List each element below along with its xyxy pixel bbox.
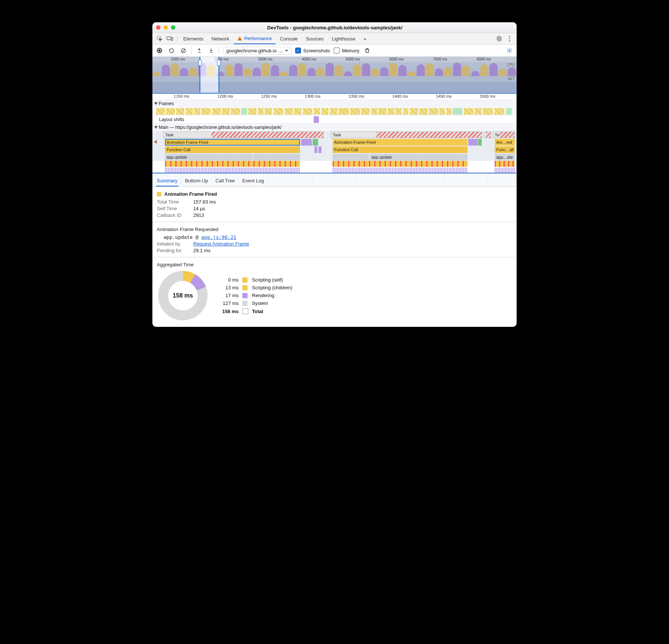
tab-summary[interactable]: Summary xyxy=(156,176,178,186)
panel-tabstrip: Elements Network Performance Console Sou… xyxy=(152,33,517,45)
child-stacks xyxy=(152,161,517,173)
callback-id-value: 2913 xyxy=(193,212,204,218)
timeline-overview[interactable]: 1000 ms 2000 ms 3000 ms 4000 ms 5000 ms … xyxy=(152,57,517,93)
kebab-menu-icon[interactable] xyxy=(505,34,514,43)
settings-gear-icon[interactable] xyxy=(494,34,504,43)
function-call-lane: Function Call Function Call Func…all xyxy=(152,146,517,153)
svg-point-4 xyxy=(509,36,510,37)
clear-button[interactable] xyxy=(179,46,187,55)
swatch-icon xyxy=(242,277,248,283)
task-segment[interactable]: Task xyxy=(493,131,515,138)
svg-point-3 xyxy=(498,38,500,39)
app-update-lane: app.update app.update app…ate xyxy=(152,153,517,161)
upload-icon[interactable] xyxy=(195,46,203,55)
layout-shifts-row: Layout shifts xyxy=(152,116,517,123)
rendering-segment[interactable] xyxy=(301,139,312,146)
inspect-icon[interactable] xyxy=(155,34,164,43)
aggregated-legend: 0 msScripting (self) 13 msScripting (chi… xyxy=(218,277,292,314)
donut-center-total: 158 ms xyxy=(157,270,209,322)
tab-performance[interactable]: Performance xyxy=(234,33,275,44)
svg-point-10 xyxy=(509,50,510,51)
overview-selection-handle[interactable] xyxy=(200,57,219,92)
zoom-icon[interactable] xyxy=(171,25,175,30)
svg-point-8 xyxy=(158,49,161,52)
app-update-segment[interactable]: app.update xyxy=(165,154,252,160)
minimize-icon[interactable] xyxy=(164,25,168,30)
tab-event-log[interactable]: Event Log xyxy=(242,176,265,186)
download-icon[interactable] xyxy=(207,46,215,55)
devtools-window: DevTools - googlechrome.github.io/devtoo… xyxy=(152,22,517,327)
performance-toolbar: googlechrome.github.io … Screenshots Mem… xyxy=(152,45,517,57)
tab-network[interactable]: Network xyxy=(208,34,233,44)
tab-sources[interactable]: Sources xyxy=(302,34,327,44)
animation-frame-fired-segment[interactable]: Ani…red xyxy=(495,139,515,146)
disclosure-triangle-icon xyxy=(154,103,158,105)
titlebar: DevTools - googlechrome.github.io/devtoo… xyxy=(152,22,517,33)
disclosure-triangle-icon xyxy=(154,126,158,129)
app-update-segment[interactable]: app.update xyxy=(370,154,468,160)
layout-shift-marker[interactable] xyxy=(314,116,319,123)
frames-lane xyxy=(152,107,517,116)
initiator-link[interactable]: Request Animation Frame xyxy=(193,241,249,247)
task-lane: Task Task Task xyxy=(152,131,517,139)
function-call-segment[interactable]: Function Call xyxy=(333,146,468,153)
main-track-header[interactable]: Main — https://googlechrome.github.io/de… xyxy=(152,123,517,131)
device-toggle-icon[interactable] xyxy=(165,34,175,43)
flame-ruler: 1150 ms 1200 ms 1250 ms 1300 ms 1350 ms … xyxy=(152,94,517,100)
memory-checkbox[interactable]: Memory xyxy=(334,48,359,53)
chevron-down-icon xyxy=(285,50,288,52)
flame-scrollbar[interactable] xyxy=(516,93,517,173)
close-icon[interactable] xyxy=(156,25,161,30)
checkbox-icon xyxy=(334,48,340,53)
svg-rect-2 xyxy=(171,38,173,40)
window-title: DevTools - googlechrome.github.io/devtoo… xyxy=(175,25,494,30)
aggregated-time-heading: Aggregated Time xyxy=(157,262,512,267)
memory-label: Memory xyxy=(342,48,359,53)
tab-lighthouse[interactable]: Lighthouse xyxy=(328,34,359,44)
painting-segment[interactable] xyxy=(313,139,318,146)
tab-console[interactable]: Console xyxy=(276,34,301,44)
function-call-segment[interactable]: Func…all xyxy=(495,146,515,153)
pending-for-value: 29.1 ms xyxy=(193,248,210,253)
screenshots-label: Screenshots xyxy=(303,48,330,53)
recording-selector[interactable]: googlechrome.github.io … xyxy=(223,47,291,55)
task-segment[interactable]: Task xyxy=(163,131,323,138)
summary-event-title: Animation Frame Fired xyxy=(157,191,512,197)
swatch-icon xyxy=(242,285,248,290)
function-call-segment[interactable]: Function Call xyxy=(165,146,300,153)
window-controls xyxy=(156,25,175,30)
call-site: app.update @ app.js:96:21 xyxy=(157,234,512,240)
svg-point-5 xyxy=(509,38,510,39)
capture-settings-gear-icon[interactable] xyxy=(505,46,514,55)
tabs-overflow[interactable]: » xyxy=(360,34,370,44)
animation-frame-fired-segment[interactable]: Animation Frame Fired xyxy=(333,139,468,146)
recording-selector-label: googlechrome.github.io … xyxy=(226,48,283,53)
summary-pane: Animation Frame Fired Total Time157.83 m… xyxy=(152,187,517,327)
frames-track-header[interactable]: Frames xyxy=(152,100,517,107)
garbage-collect-icon[interactable] xyxy=(363,46,371,55)
reload-record-button[interactable] xyxy=(167,46,175,55)
checkbox-checked-icon xyxy=(295,48,301,53)
swatch-icon xyxy=(242,308,248,314)
overview-dim-left xyxy=(152,57,200,92)
tab-bottom-up[interactable]: Bottom-Up xyxy=(184,176,209,186)
overview-dim-right xyxy=(218,57,517,92)
screenshots-checkbox[interactable]: Screenshots xyxy=(295,48,330,53)
rendering-segment[interactable] xyxy=(468,139,478,146)
aggregated-time-donut: 158 ms xyxy=(157,270,209,322)
painting-segment[interactable] xyxy=(478,139,482,146)
task-segment[interactable]: Task xyxy=(331,131,482,138)
record-button[interactable] xyxy=(155,46,164,55)
flame-chart[interactable]: 1150 ms 1200 ms 1250 ms 1300 ms 1350 ms … xyxy=(152,93,517,173)
svg-point-6 xyxy=(509,40,510,41)
total-time-value: 157.83 ms xyxy=(193,199,216,205)
task-segment[interactable] xyxy=(484,131,491,138)
svg-rect-1 xyxy=(167,37,171,40)
scripting-swatch-icon xyxy=(157,192,161,196)
animation-frame-requested-heading: Animation Frame Requested xyxy=(157,227,512,232)
selection-arrow-icon xyxy=(154,140,157,144)
animation-frame-fired-segment[interactable]: Animation Frame Fired xyxy=(165,139,300,146)
tab-elements[interactable]: Elements xyxy=(180,34,207,44)
source-location-link[interactable]: app.js:96:21 xyxy=(201,234,236,240)
app-update-segment[interactable]: app…ate xyxy=(495,154,515,160)
